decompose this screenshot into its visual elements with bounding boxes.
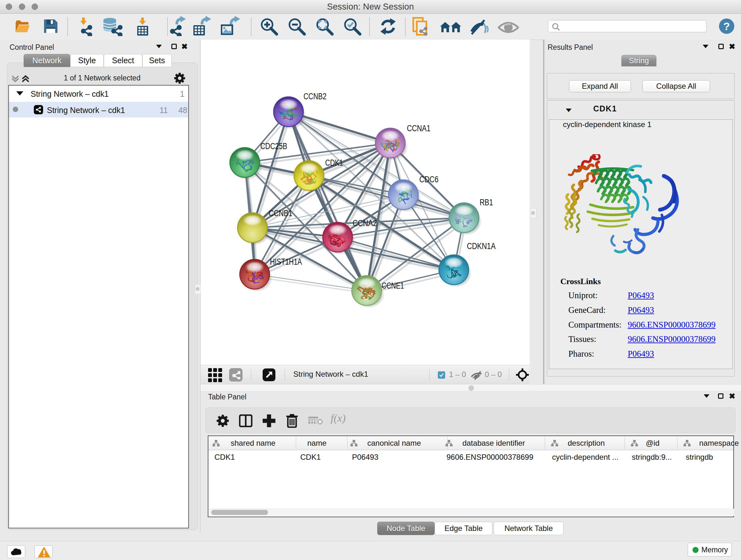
svg-text:CCNA1: CCNA1: [407, 124, 430, 133]
svg-text:CCNA2: CCNA2: [353, 219, 377, 228]
svg-text:CDK1: CDK1: [325, 158, 343, 168]
svg-text:RB1: RB1: [480, 198, 493, 207]
svg-text:CDKN1A: CDKN1A: [467, 241, 495, 251]
svg-text:CCNB1: CCNB1: [269, 208, 292, 218]
svg-text:CDC25B: CDC25B: [260, 141, 287, 151]
svg-text:CCNB2: CCNB2: [304, 91, 327, 101]
svg-text:?: ?: [724, 20, 730, 32]
svg-text:CDC6: CDC6: [419, 175, 439, 184]
svg-text:CCNE1: CCNE1: [382, 281, 404, 291]
svg-text:HIST1H1A: HIST1H1A: [270, 257, 302, 266]
